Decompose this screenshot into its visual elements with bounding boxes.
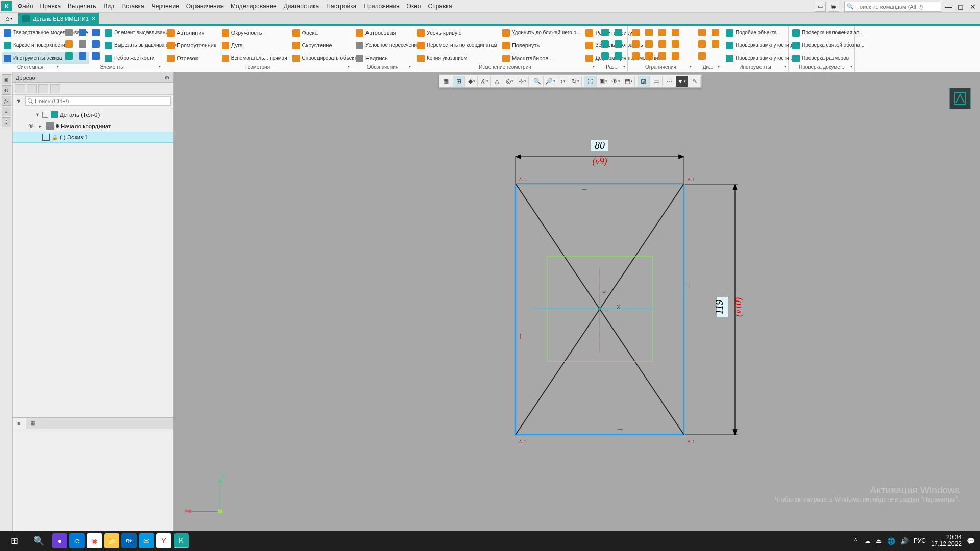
- vt-5[interactable]: △: [491, 76, 503, 87]
- titlebar-camera-icon[interactable]: ◉: [828, 2, 839, 12]
- taskbar-app-kompas[interactable]: K: [174, 533, 189, 548]
- lower-tab-2[interactable]: ▦: [26, 418, 39, 429]
- tree-row-root[interactable]: ▼ Деталь (Тел-0): [13, 109, 173, 120]
- close-button[interactable]: ✕: [968, 2, 978, 12]
- canvas[interactable]: ▦ ⊞ ◆ ∡ △ ◎ ⊹ 🔍 🔎 ↕ ↻ ⬚ ▣ 👁 ▤ ▨ ▭ ⋯ ▼ ✎: [174, 72, 980, 531]
- trim-button[interactable]: Усечь кривую: [415, 27, 499, 39]
- tree-row-sketch[interactable]: 🔒 (-) Эскиз:1: [13, 132, 173, 143]
- side-tool-2[interactable]: ◐: [2, 85, 11, 95]
- dim-icon-4[interactable]: [612, 27, 624, 38]
- segment-button[interactable]: Отрезок: [165, 52, 218, 64]
- dim-icon-6[interactable]: [612, 50, 624, 61]
- tray-clock[interactable]: 20:34 17.12.2022: [931, 534, 962, 547]
- visibility-icon[interactable]: 👁: [28, 123, 35, 129]
- c5[interactable]: [643, 38, 654, 49]
- taskbar-app-chrome[interactable]: ◉: [87, 533, 102, 548]
- taskbar-app-store[interactable]: 🛍: [121, 533, 137, 548]
- vt-proj[interactable]: ▣: [597, 76, 609, 87]
- scale-button[interactable]: Масштабиров...: [501, 52, 582, 64]
- new-doc-icon[interactable]: [63, 27, 75, 38]
- vt-brush[interactable]: ✎: [689, 76, 701, 87]
- copy-button[interactable]: Копия указанием: [415, 52, 499, 64]
- tree-tb-4[interactable]: [50, 84, 60, 93]
- vt-rotate[interactable]: ↻: [570, 76, 582, 87]
- side-tool-4[interactable]: ≡: [2, 107, 11, 116]
- menu-file[interactable]: Файл: [14, 1, 37, 12]
- menu-select[interactable]: Выделить: [64, 1, 100, 12]
- vt-7[interactable]: ⊹: [517, 76, 529, 87]
- tray-volume-icon[interactable]: 🔊: [900, 537, 909, 545]
- c4[interactable]: [643, 27, 654, 38]
- menu-modeling[interactable]: Моделирование: [227, 1, 280, 12]
- taskbar-app-explorer[interactable]: 📁: [104, 533, 119, 548]
- vt-1[interactable]: ▦: [440, 76, 452, 87]
- taskbar-app-yandex[interactable]: Y: [156, 533, 172, 548]
- taskbar-app-edge[interactable]: e: [69, 533, 85, 548]
- closure-check-d-button[interactable]: Проверка замкнутости д...: [724, 39, 799, 52]
- vt-zoom[interactable]: 🔎: [544, 76, 556, 87]
- vt-pan[interactable]: ↕: [557, 76, 569, 87]
- open-icon[interactable]: [63, 38, 75, 49]
- dim-check-button[interactable]: Проверка размеров: [791, 52, 866, 64]
- menu-help[interactable]: Справка: [424, 1, 455, 12]
- menu-insert[interactable]: Вставка: [118, 1, 148, 12]
- command-search-input[interactable]: [855, 4, 939, 10]
- vt-filter[interactable]: ▼: [676, 76, 688, 87]
- menu-edit[interactable]: Правка: [37, 1, 65, 12]
- save-as-icon[interactable]: [90, 27, 101, 38]
- tray-onedrive-icon[interactable]: ☁: [864, 537, 871, 545]
- c2[interactable]: [630, 38, 641, 49]
- d4[interactable]: [709, 27, 721, 38]
- extend-button[interactable]: Удлинить до ближайшего о...: [501, 27, 582, 39]
- dim-icon-3[interactable]: [599, 50, 610, 61]
- command-search[interactable]: 🔍: [844, 2, 941, 12]
- vt-4[interactable]: ∡: [478, 76, 491, 87]
- menu-diagnostics[interactable]: Диагностика: [280, 1, 323, 12]
- d3[interactable]: [696, 50, 707, 61]
- d1[interactable]: [696, 27, 707, 38]
- dim-icon-5[interactable]: [612, 38, 624, 49]
- export-icon[interactable]: [90, 38, 101, 49]
- vt-more[interactable]: ⋯: [663, 76, 675, 87]
- circle-button[interactable]: Окружность: [220, 27, 289, 39]
- dim-icon-1[interactable]: [599, 27, 610, 38]
- titlebar-layout-icon[interactable]: ▭: [815, 2, 826, 12]
- filter-icon[interactable]: ▼: [15, 97, 23, 105]
- side-tool-1[interactable]: ▣: [2, 74, 11, 84]
- checkbox-icon[interactable]: [42, 112, 48, 118]
- tree-settings-icon[interactable]: ⚙: [164, 74, 170, 81]
- dim-icon-2[interactable]: [599, 38, 610, 49]
- vt-sect[interactable]: ▤: [623, 76, 635, 87]
- vt-zoom-window[interactable]: 🔍: [531, 76, 544, 87]
- c11[interactable]: [670, 38, 681, 49]
- project-button[interactable]: Спроецировать объект: [291, 52, 358, 64]
- vt-display[interactable]: ⬚: [584, 76, 597, 87]
- redo-icon[interactable]: [90, 50, 101, 61]
- c1[interactable]: [630, 27, 641, 38]
- d2[interactable]: [696, 38, 707, 49]
- aux-line-button[interactable]: Вспомогатель... прямая: [220, 52, 289, 64]
- c7[interactable]: [656, 27, 668, 38]
- side-tool-5[interactable]: ⋮: [2, 117, 11, 127]
- tree-tb-2[interactable]: [27, 84, 37, 93]
- model-tree[interactable]: ▼ Деталь (Тел-0) 👁 ▸ Начало координат 🔒 …: [13, 107, 173, 417]
- tray-lang[interactable]: РУС: [914, 537, 926, 544]
- vt-6[interactable]: ◎: [504, 76, 516, 87]
- chamfer-button[interactable]: Фаска: [291, 27, 358, 39]
- c6[interactable]: [643, 50, 654, 61]
- fillet-button[interactable]: Скругление: [291, 39, 358, 52]
- side-tool-3[interactable]: ƒx: [2, 96, 11, 106]
- rect-button[interactable]: Прямоугольник: [165, 39, 218, 52]
- text-button[interactable]: Надпись: [354, 52, 422, 64]
- tree-tb-1[interactable]: [15, 84, 25, 93]
- vt-2[interactable]: ⊞: [453, 76, 465, 87]
- closure-check-o-button[interactable]: Проверка замкнутости о...: [724, 52, 799, 64]
- cond-intersect-button[interactable]: Условное пересечение: [354, 39, 422, 52]
- tray-chevron-icon[interactable]: ＾: [852, 536, 859, 545]
- c9[interactable]: [656, 50, 668, 61]
- menu-constraints[interactable]: Ограничения: [183, 1, 227, 12]
- rotate-button[interactable]: Повернуть: [501, 39, 582, 52]
- autoaxis-button[interactable]: Автоосевая: [354, 27, 422, 39]
- move-coords-button[interactable]: Переместить по координатам: [415, 39, 499, 52]
- vt-plane[interactable]: ▭: [650, 76, 663, 87]
